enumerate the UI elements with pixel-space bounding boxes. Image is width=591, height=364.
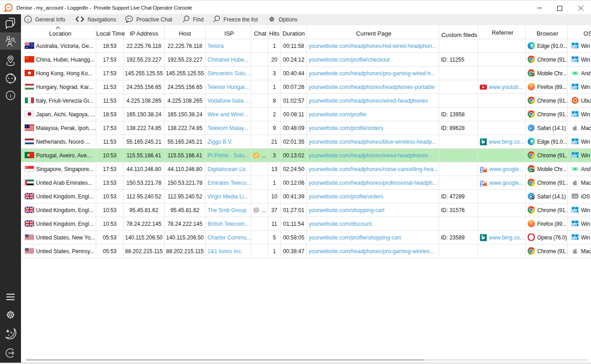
svg-text:10: 10 xyxy=(573,155,576,159)
svg-text:10: 10 xyxy=(573,114,576,118)
svg-text:g: g xyxy=(480,179,484,187)
svg-text:iOS: iOS xyxy=(573,195,577,198)
svg-text:10: 10 xyxy=(573,59,576,63)
svg-text:10: 10 xyxy=(573,209,576,213)
svg-text:10: 10 xyxy=(573,45,576,49)
svg-text:g: g xyxy=(480,165,484,173)
svg-text:i: i xyxy=(27,17,29,22)
svg-text:10: 10 xyxy=(573,237,576,241)
svg-text:10: 10 xyxy=(573,86,576,90)
svg-text:10: 10 xyxy=(573,223,576,227)
svg-text:i: i xyxy=(10,92,11,99)
svg-text:10: 10 xyxy=(573,141,576,145)
